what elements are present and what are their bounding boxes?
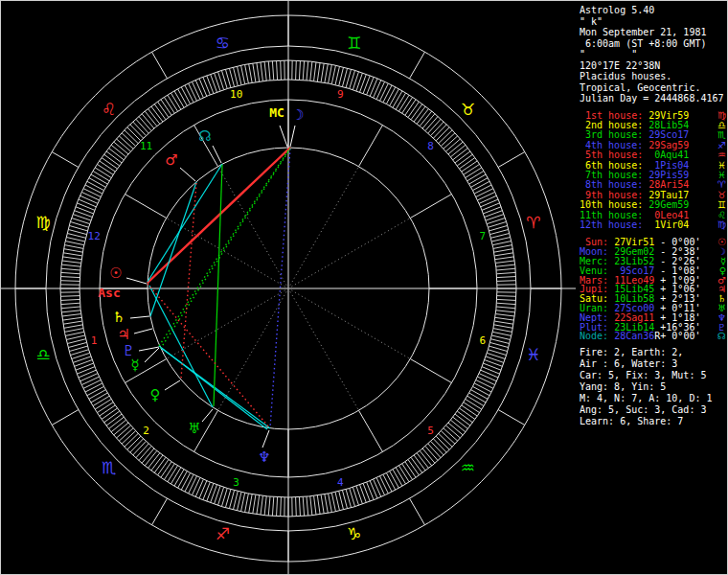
degree-tick <box>496 272 515 273</box>
degree-tick <box>245 494 249 513</box>
house-number-7: 7 <box>480 230 487 242</box>
degree-tick <box>79 199 96 207</box>
degree-tick <box>478 377 495 384</box>
degree-tick <box>339 67 344 85</box>
house-value: 29Vir59 <box>648 110 689 121</box>
degree-tick <box>199 79 207 96</box>
degree-tick <box>484 207 502 214</box>
degree-tick <box>164 97 174 113</box>
house-cusp-line <box>359 410 383 451</box>
degree-tick <box>335 492 339 510</box>
degree-tick <box>314 62 316 81</box>
degree-tick <box>497 296 516 297</box>
degree-tick <box>405 100 416 116</box>
info-sidebar: Astrolog 5.40" k"Mon September 21, 1981 … <box>576 1 728 575</box>
zodiac-sign-glyph-libra: ♎ <box>35 345 50 364</box>
house-number-6: 6 <box>480 334 487 347</box>
degree-tick <box>268 61 270 80</box>
degree-tick <box>168 95 178 111</box>
degree-tick <box>495 314 514 316</box>
degree-tick <box>62 257 81 260</box>
degree-tick <box>168 466 178 482</box>
planet-glyph-sun: ☉ <box>109 264 122 282</box>
house-label: 2nd house: <box>580 120 648 130</box>
degree-tick <box>151 106 163 122</box>
stats-line-3: Yang: 8, Yin: 5 <box>580 381 728 393</box>
degree-tick <box>393 91 402 107</box>
house-number-11: 11 <box>140 140 152 152</box>
header-line-1: " k" <box>580 16 728 28</box>
degree-tick <box>491 335 510 339</box>
degree-tick <box>453 417 468 428</box>
house-cusp-line <box>410 195 451 218</box>
zodiac-sign-glyph-taurus: ♉ <box>461 100 475 119</box>
degree-tick <box>363 484 370 502</box>
degree-tick <box>178 472 188 488</box>
degree-tick <box>376 478 384 495</box>
degree-tick <box>195 479 203 496</box>
house-number-12: 12 <box>88 230 101 242</box>
degree-tick <box>81 192 99 199</box>
degree-tick <box>476 380 493 389</box>
degree-tick <box>185 85 193 103</box>
degree-tick <box>460 408 475 419</box>
planet-glyph-neptune: ♆ <box>258 448 270 466</box>
chart-wheel: ♎♏♐♑♒♓♈♉♊♋♌♍123456789101112☉☽☿♀♂♃♄♅♆♇☊MC… <box>1 1 576 575</box>
degree-tick <box>233 492 238 510</box>
degree-tick <box>367 77 374 95</box>
degree-tick <box>264 61 266 80</box>
degree-tick <box>495 261 514 263</box>
degree-tick <box>207 484 214 502</box>
pointer-line <box>262 430 269 448</box>
degree-tick <box>396 93 405 109</box>
degree-tick <box>495 257 514 260</box>
degree-tick <box>281 497 282 517</box>
degree-tick <box>108 148 124 159</box>
degree-tick <box>469 393 486 402</box>
planet-glyph-jupiter: ♃ <box>117 326 129 343</box>
degree-tick <box>237 492 240 510</box>
degree-tick <box>108 417 124 428</box>
degree-tick <box>331 65 335 84</box>
degree-tick <box>386 87 395 104</box>
house-label: 12th house: <box>580 219 648 230</box>
degree-tick <box>497 299 516 300</box>
degree-tick <box>60 296 80 297</box>
planet-position-list: Sun: 27Vir51 - 0°00'☉Moon: 29Gem02 - 2°3… <box>580 238 728 341</box>
degree-tick <box>462 405 478 416</box>
sign-boundary-line <box>410 52 425 79</box>
house-cusp-dotted <box>167 218 288 289</box>
house-cusp-line <box>125 195 166 218</box>
degree-tick <box>203 482 210 500</box>
house-value: 29Sag59 <box>648 140 689 150</box>
sign-boundary-line <box>498 152 525 168</box>
aspect-line-cyan <box>159 346 267 429</box>
degree-tick <box>390 89 399 105</box>
angle-label-mc: MC <box>269 105 284 120</box>
degree-tick <box>171 468 180 484</box>
degree-tick <box>264 496 266 516</box>
header-line-2: Mon September 21, 1981 <box>580 27 728 38</box>
degree-tick <box>380 476 389 494</box>
house-row: 12th house: 1Vir04♍ <box>580 220 728 230</box>
degree-tick <box>181 87 190 104</box>
degree-tick <box>257 495 260 515</box>
zodiac-sign-glyph-aquarius: ♒ <box>461 458 475 477</box>
degree-tick <box>65 242 84 245</box>
degree-tick <box>496 268 515 270</box>
degree-tick <box>491 339 510 344</box>
degree-tick <box>496 303 515 304</box>
aspect-line-red <box>181 183 196 379</box>
degree-tick <box>335 66 339 84</box>
degree-tick <box>417 108 428 124</box>
sign-boundary-line <box>152 52 168 79</box>
degree-tick <box>103 154 119 166</box>
degree-tick <box>89 390 105 400</box>
aspect-line-red <box>148 284 269 427</box>
degree-tick <box>491 233 510 238</box>
house-value: 1Vir04 <box>648 219 689 230</box>
degree-tick <box>329 494 332 513</box>
degree-tick <box>66 237 84 241</box>
degree-tick <box>393 470 402 486</box>
header-line-0: Astrolog 5.40 <box>580 5 728 16</box>
